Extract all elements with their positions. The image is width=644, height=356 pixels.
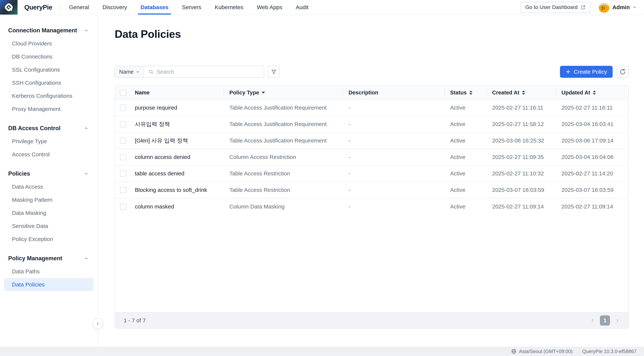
column-label: Policy Type [229,90,259,96]
sidebar-item-sensitive-data[interactable]: Sensitive Data [0,220,98,233]
cell-description: - [343,182,444,198]
sidebar-item-privilege-type[interactable]: Privilege Type [0,135,98,148]
row-checkbox[interactable] [120,121,126,127]
nav-tab-servers[interactable]: Servers [182,0,201,15]
select-all-checkbox[interactable] [120,90,126,96]
table-row[interactable]: table access deniedTable Access Restrict… [115,165,628,182]
nav-tab-audit[interactable]: Audit [296,0,308,15]
cell-status: Active [444,132,486,149]
sidebar-item-ssh-configurations[interactable]: SSH Configurations [0,76,98,89]
sidebar-item-proxy-management[interactable]: Proxy Management [0,102,98,116]
search-input[interactable] [157,69,259,75]
sidebar-item-cloud-providers[interactable]: Cloud Providers [0,37,98,50]
row-checkbox[interactable] [120,170,126,177]
nav-tab-discovery[interactable]: Discovery [102,0,127,15]
topbar-divider [60,3,60,12]
cell-policy-type: Table Access Restriction [224,182,343,198]
cell-name: column masked [129,198,224,215]
sidebar-section-header-db-access-control[interactable]: DB Access Control [0,122,98,135]
column-header-created-at[interactable]: Created At [486,86,556,99]
policies-table: NamePolicy TypeDescriptionStatusCreated … [115,86,628,215]
table-body: purpose requiredTable Access Justificati… [115,99,628,215]
table-row[interactable]: [Glen] 사유 입력 정책Table Access Justificatio… [115,132,628,149]
external-link-icon [581,5,586,10]
cell-description: - [343,198,444,215]
chevron-down-icon [136,70,140,74]
sidebar: Connection ManagementCloud ProvidersDB C… [0,15,98,347]
sidebar-section-policy-management: Policy ManagementData PathsData Policies [0,252,98,291]
cell-name: table access denied [129,165,224,182]
sidebar-item-policy-exception[interactable]: Policy Exception [0,233,98,246]
column-header-description: Description [343,86,444,99]
page-title: Data Policies [115,28,644,40]
globe-icon [511,349,516,354]
column-header-status[interactable]: Status [444,86,486,99]
top-bar: QueryPie GeneralDiscoveryDatabasesServer… [0,0,644,15]
sidebar-item-masking-pattern[interactable]: Masking Pattern [0,193,98,207]
row-checkbox[interactable] [120,204,126,210]
chevron-down-icon[interactable] [632,5,637,10]
row-checkbox[interactable] [120,187,126,193]
table-row[interactable]: column maskedColumn Data Masking-Active2… [115,198,628,215]
sidebar-section-title: Connection Management [8,27,77,34]
sidebar-section-policies: PoliciesData AccessMasking PatternData M… [0,167,98,246]
sidebar-section-header-connection-management[interactable]: Connection Management [0,24,98,37]
policies-table-container: NamePolicy TypeDescriptionStatusCreated … [115,86,629,329]
table-row[interactable]: 사유입력 정책Table Access Justification Requir… [115,116,628,132]
column-header-updated-at[interactable]: Updated At [556,86,628,99]
cell-created-at: 2025-02-27 11:09:35 [486,149,556,165]
pagination-page-1[interactable]: 1 [600,315,610,325]
sidebar-section-header-policies[interactable]: Policies [0,167,98,180]
search-field-selector[interactable]: Name [115,66,144,77]
nav-tab-web-apps[interactable]: Web Apps [257,0,282,15]
nav-tab-kubernetes[interactable]: Kubernetes [215,0,243,15]
chevron-right-icon [615,318,620,323]
cell-status: Active [444,116,486,132]
go-to-user-dashboard-button[interactable]: Go to User Dashboard [520,2,591,13]
chevron-up-icon [84,171,88,176]
cell-description: - [343,132,444,149]
column-header-policy-type[interactable]: Policy Type [224,86,343,99]
sidebar-item-data-paths[interactable]: Data Paths [0,265,98,278]
sidebar-item-ssl-configurations[interactable]: SSL Configurations [0,63,98,76]
cell-status: Active [444,149,486,165]
table-row[interactable]: purpose requiredTable Access Justificati… [115,99,628,116]
chevron-left-icon [590,318,595,323]
cell-updated-at: 2025-03-04 16:03:41 [556,116,628,132]
create-policy-label: Create Policy [574,69,607,75]
sidebar-section-title: Policies [8,170,30,177]
sidebar-item-access-control[interactable]: Access Control [0,148,98,161]
sidebar-item-data-access[interactable]: Data Access [0,180,98,193]
sidebar-item-data-masking[interactable]: Data Masking [0,207,98,220]
cell-updated-at: 2025-02-27 11:16:11 [556,99,628,116]
sidebar-section-header-policy-management[interactable]: Policy Management [0,252,98,265]
pagination-next-button[interactable] [615,318,620,323]
sidebar-item-data-policies[interactable]: Data Policies [4,278,94,291]
filter-button[interactable] [268,66,280,78]
sidebar-item-kerberos-configurations[interactable]: Kerberos Configurations [0,89,98,102]
cell-created-at: 2025-02-27 11:58:12 [486,116,556,132]
refresh-icon [620,69,626,75]
nav-tab-general[interactable]: General [69,0,89,15]
cell-policy-type: Table Access Justification Requirement [224,99,343,116]
cell-updated-at: 2025-02-27 11:09:14 [556,198,628,215]
cell-name: column access denied [129,149,224,165]
row-checkbox[interactable] [120,154,126,160]
cell-created-at: 2025-02-27 11:16:11 [486,99,556,116]
nav-tab-databases[interactable]: Databases [140,0,168,15]
create-policy-button[interactable]: Create Policy [560,66,612,78]
sidebar-collapse-button[interactable] [92,318,103,329]
user-menu[interactable]: Admin [598,2,637,13]
cell-updated-at: 2025-03-07 16:03:59 [556,182,628,198]
row-checkbox[interactable] [120,137,126,144]
sidebar-section-title: Policy Management [8,255,62,262]
refresh-button[interactable] [617,66,629,78]
cell-policy-type: Table Access Justification Requirement [224,132,343,149]
sidebar-item-db-connections[interactable]: DB Connections [0,50,98,63]
querypie-logo[interactable] [0,0,18,15]
table-row[interactable]: Blocking access to soft_drinkTable Acces… [115,182,628,198]
table-row[interactable]: column access deniedColumn Access Restri… [115,149,628,165]
pagination-prev-button[interactable] [590,318,595,323]
row-checkbox[interactable] [120,104,126,111]
chevron-up-icon [84,28,88,33]
